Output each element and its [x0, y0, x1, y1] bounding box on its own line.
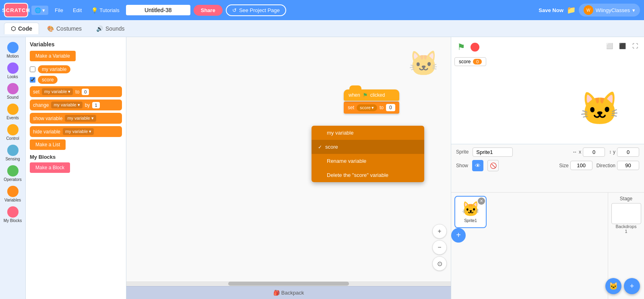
sensing-label: Sensing: [5, 157, 20, 161]
score-selector[interactable]: score ▾: [357, 104, 377, 111]
tab-costumes[interactable]: 🎨 Costumes: [41, 23, 88, 34]
stop-button[interactable]: [471, 40, 484, 54]
tab-code[interactable]: ⬡ Code: [4, 23, 39, 34]
x-arrow-icon: ↔: [572, 149, 577, 155]
add-from-library-fab[interactable]: +: [624, 278, 640, 294]
scratch-logo[interactable]: SCRATCH: [4, 3, 28, 17]
zoom-reset-button[interactable]: ⊙: [432, 256, 447, 271]
hide-variable-selector[interactable]: my variable ▾: [63, 128, 94, 135]
backpack-bar[interactable]: 🎒 Backpack: [126, 286, 451, 299]
change-variable-selector[interactable]: my variable ▾: [51, 102, 82, 108]
tab-sounds[interactable]: 🔊 Sounds: [90, 23, 131, 34]
show-variable-selector[interactable]: my variable ▾: [65, 115, 96, 122]
zoom-in-button[interactable]: +: [432, 224, 447, 239]
set-label-canvas: set: [348, 105, 354, 110]
sidebar-item-events[interactable]: Events: [1, 102, 25, 122]
dropdown-item-my-variable[interactable]: my variable: [312, 126, 424, 140]
size-input[interactable]: [570, 161, 592, 170]
project-title-input[interactable]: [126, 5, 190, 15]
hat-block-group[interactable]: when ⚑ clicked set score ▾ to 0: [344, 89, 399, 114]
scrollbar-thumb[interactable]: [228, 282, 349, 286]
score-pill[interactable]: score: [38, 76, 58, 84]
file-menu[interactable]: File: [52, 6, 66, 15]
sidebar-item-operators[interactable]: Operators: [1, 164, 25, 183]
dropdown-item-rename[interactable]: Rename variable: [312, 154, 424, 168]
looks-label: Looks: [7, 75, 18, 79]
y-label: y: [613, 149, 615, 155]
user-menu-arrow: ▾: [632, 7, 635, 13]
make-block-button[interactable]: Make a Block: [30, 162, 70, 173]
my-variable-checkbox[interactable]: [30, 66, 35, 72]
stage-thumbnail[interactable]: [611, 203, 641, 224]
score-checkbox[interactable]: [30, 77, 35, 83]
script-area[interactable]: 🐱 when ⚑ clicked set score ▾ to 0: [126, 37, 451, 299]
globe-button[interactable]: 🌐 ▾: [31, 6, 48, 15]
green-flag-button[interactable]: ⚑: [454, 40, 468, 54]
user-menu[interactable]: W WlingyClasses ▾: [579, 4, 640, 17]
hide-variable-block[interactable]: hide variable my variable ▾: [30, 126, 122, 137]
dropdown-item-score[interactable]: ✓ score: [312, 140, 424, 154]
sensing-dot: [7, 145, 19, 156]
show-variable-block[interactable]: show variable my variable ▾: [30, 113, 122, 124]
variables-label: Variables: [4, 198, 21, 202]
set-value-input[interactable]: 0: [82, 89, 89, 95]
show-visible-button[interactable]: 👁: [472, 160, 483, 171]
set-block[interactable]: set my variable ▾ to 0: [30, 86, 122, 97]
variables-section-title: Variables: [30, 41, 122, 48]
add-sprite-button[interactable]: +: [451, 228, 466, 243]
fullscreen-button[interactable]: ⛶: [630, 40, 641, 52]
control-dot: [7, 124, 19, 135]
set-variable-selector[interactable]: my variable ▾: [42, 88, 73, 95]
zoom-out-button[interactable]: −: [432, 240, 447, 255]
blocks-panel: Variables Make a Variable my variable sc…: [26, 37, 126, 299]
value-input-canvas[interactable]: 0: [386, 104, 395, 111]
backdrops-label: Backdrops: [616, 224, 637, 229]
make-variable-button[interactable]: Make a Variable: [30, 51, 76, 61]
score-value-badge: 0: [473, 59, 482, 64]
my-variable-pill[interactable]: my variable: [38, 65, 70, 73]
sidebar-item-sensing[interactable]: Sensing: [1, 143, 25, 163]
direction-input[interactable]: [617, 161, 639, 170]
sounds-icon: 🔊: [96, 25, 103, 32]
when-flag-clicked-block[interactable]: when ⚑ clicked: [344, 89, 399, 101]
sidebar-item-sound[interactable]: Sound: [1, 81, 25, 101]
set-score-block[interactable]: set score ▾ to 0: [344, 102, 399, 114]
control-label: Control: [6, 136, 19, 141]
horizontal-scrollbar[interactable]: [126, 281, 451, 286]
edit-menu[interactable]: Edit: [70, 6, 85, 15]
tutorials-button[interactable]: 💡 Tutorials: [88, 6, 122, 15]
sidebar-item-myblocks[interactable]: My Blocks: [1, 205, 25, 224]
clicked-label: clicked: [370, 92, 385, 98]
see-project-button[interactable]: ↺ See Project Page: [226, 4, 286, 16]
show-hidden-button[interactable]: 🚫: [487, 160, 499, 171]
share-button[interactable]: Share: [194, 5, 223, 16]
change-block[interactable]: change my variable ▾ by 1: [30, 100, 122, 110]
sidebar-item-looks[interactable]: Looks: [1, 61, 25, 81]
normal-stage-button[interactable]: ⬛: [617, 40, 628, 52]
motion-dot: [7, 42, 19, 53]
sidebar-item-variables[interactable]: Variables: [1, 184, 25, 204]
sprite-card-sprite1[interactable]: ✕ 🐱 Sprite1: [454, 196, 487, 228]
sprite-delete-button[interactable]: ✕: [478, 197, 485, 205]
change-value-input[interactable]: 1: [92, 102, 99, 108]
x-coord-input[interactable]: [583, 147, 605, 157]
make-list-button[interactable]: Make a List: [30, 139, 66, 150]
dropdown-item-delete[interactable]: Delete the "score" variable: [312, 168, 424, 182]
eye-open-icon: 👁: [475, 162, 481, 169]
save-now-button[interactable]: Save Now: [539, 7, 563, 13]
sidebar-item-motion[interactable]: Motion: [1, 40, 25, 60]
fab-container: 🐱 +: [605, 278, 640, 294]
sidebar-item-control[interactable]: Control: [1, 123, 25, 142]
y-coord-input[interactable]: [617, 147, 639, 157]
zoom-in-icon: +: [438, 228, 441, 235]
folder-icon[interactable]: 📁: [567, 6, 576, 15]
to-label-canvas: to: [380, 105, 384, 110]
sprite-name-input[interactable]: [473, 147, 513, 157]
my-blocks-section-title: My Blocks: [30, 154, 122, 160]
code-icon: ⬡: [11, 25, 16, 32]
right-panel: ⚑ score 0 ⬜ ⬛ ⛶ 🐱 Sprite: [451, 37, 644, 299]
stage-panel-label: Stage: [620, 196, 632, 201]
add-extension-fab[interactable]: 🐱: [605, 278, 621, 294]
small-stage-button[interactable]: ⬜: [604, 40, 615, 52]
costumes-icon: 🎨: [47, 25, 54, 32]
